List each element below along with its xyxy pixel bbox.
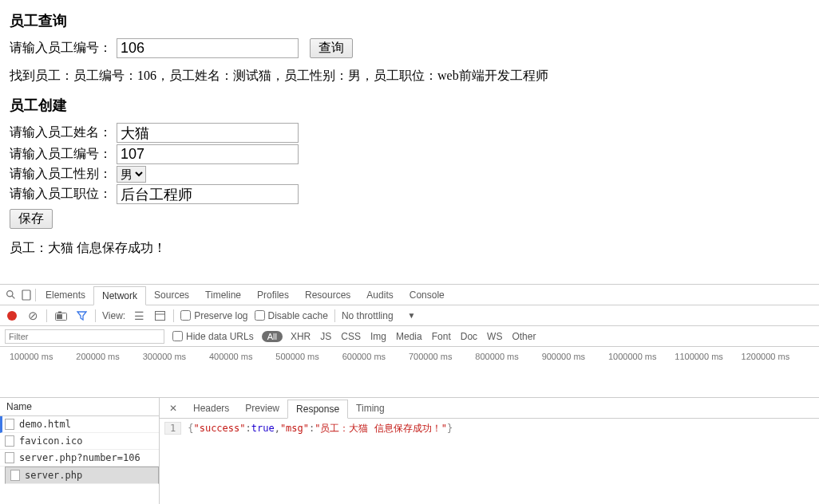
- camera-icon[interactable]: [53, 309, 68, 323]
- divider: [35, 289, 36, 301]
- timeline-tick: 1100000 ms: [675, 352, 741, 361]
- filter-all-pill[interactable]: All: [262, 331, 283, 342]
- query-id-label: 请输入员工编号：: [10, 40, 112, 57]
- preserve-log-checkbox[interactable]: Preserve log: [180, 310, 247, 321]
- save-result-text: 员工：大猫 信息保存成功！: [10, 240, 809, 257]
- throttling-select[interactable]: No throttling ▼: [342, 310, 416, 321]
- create-id-row: 请输入员工编号：: [10, 144, 809, 164]
- svg-rect-2: [22, 290, 30, 300]
- detail-tab-headers[interactable]: Headers: [185, 400, 237, 417]
- timeline-tick: 600000 ms: [342, 352, 409, 361]
- filter-type-doc[interactable]: Doc: [461, 331, 477, 342]
- timeline-tick: 1200000 ms: [742, 352, 808, 361]
- caret-down-icon: ▼: [408, 311, 416, 320]
- timeline-ruler[interactable]: 100000 ms200000 ms300000 ms400000 ms5000…: [0, 347, 819, 398]
- line-number: 1: [164, 422, 181, 435]
- preserve-log-label: Preserve log: [194, 310, 247, 321]
- devtools-tab-timeline[interactable]: Timeline: [197, 286, 249, 304]
- devtools-tab-resources[interactable]: Resources: [297, 286, 358, 304]
- filter-type-img[interactable]: Img: [370, 331, 386, 342]
- filter-type-other[interactable]: Other: [512, 331, 536, 342]
- filter-type-ws[interactable]: WS: [487, 331, 502, 342]
- create-name-label: 请输入员工姓名：: [10, 124, 112, 141]
- svg-rect-4: [57, 314, 62, 319]
- file-icon: [10, 470, 20, 481]
- create-gender-label: 请输入员工性别：: [10, 166, 112, 183]
- request-name: demo.html: [19, 419, 71, 430]
- svg-rect-6: [155, 311, 164, 320]
- create-id-label: 请输入员工编号：: [10, 146, 112, 163]
- devtools-tab-profiles[interactable]: Profiles: [249, 286, 297, 304]
- query-button[interactable]: 查询: [310, 38, 353, 58]
- file-icon: [5, 419, 14, 430]
- create-gender-select[interactable]: 男: [117, 166, 146, 183]
- file-icon: [5, 452, 14, 463]
- close-icon[interactable]: ✕: [163, 400, 184, 417]
- hide-data-urls-label: Hide data URLs: [186, 331, 254, 342]
- list-view-icon[interactable]: ☰: [132, 309, 146, 323]
- request-row[interactable]: demo.html: [0, 416, 159, 433]
- filter-type-css[interactable]: CSS: [341, 331, 361, 342]
- request-row[interactable]: favicon.ico: [0, 433, 159, 450]
- create-name-input[interactable]: [117, 123, 299, 143]
- create-position-input[interactable]: [117, 184, 299, 204]
- filter-icon[interactable]: [74, 309, 89, 323]
- timeline-tick: 200000 ms: [76, 352, 142, 361]
- create-heading: 员工创建: [10, 96, 809, 115]
- detail-tab-response[interactable]: Response: [287, 400, 348, 419]
- request-name: server.php?number=106: [19, 452, 140, 463]
- preserve-log-input[interactable]: [180, 310, 191, 321]
- timeline-tick: 400000 ms: [209, 352, 275, 361]
- detail-tabs: ✕ HeadersPreviewResponseTiming: [160, 398, 819, 419]
- timeline-tick: 1000000 ms: [608, 352, 675, 361]
- filter-bar: Hide data URLs All XHRJSCSSImgMediaFontD…: [0, 326, 819, 347]
- detail-tab-timing[interactable]: Timing: [348, 400, 393, 417]
- query-heading: 员工查询: [10, 11, 809, 30]
- hide-data-urls-input[interactable]: [172, 331, 183, 341]
- timeline-tick: 800000 ms: [475, 352, 541, 361]
- devtools-panel: ElementsNetworkSourcesTimelineProfilesRe…: [0, 284, 819, 504]
- create-id-input[interactable]: [117, 144, 299, 164]
- create-gender-row: 请输入员工性别： 男: [10, 166, 809, 183]
- query-row: 请输入员工编号： 查询: [10, 38, 809, 58]
- disable-cache-checkbox[interactable]: Disable cache: [255, 310, 328, 321]
- record-icon[interactable]: [5, 309, 19, 323]
- svg-point-0: [6, 291, 12, 297]
- network-toolbar: ⊘ View: ☰ Preserve log Disable cache No …: [0, 305, 819, 326]
- hide-data-urls-checkbox[interactable]: Hide data URLs: [172, 331, 254, 342]
- disable-cache-input[interactable]: [255, 310, 265, 321]
- devtools-tab-network[interactable]: Network: [93, 286, 146, 305]
- request-row[interactable]: server.php: [5, 467, 159, 484]
- device-icon[interactable]: [19, 288, 34, 302]
- network-body: Name demo.htmlfavicon.icoserver.php?numb…: [0, 398, 819, 504]
- view-label: View:: [102, 310, 125, 321]
- search-icon[interactable]: [3, 288, 18, 302]
- disable-cache-label: Disable cache: [268, 310, 328, 321]
- query-id-input[interactable]: [117, 38, 299, 58]
- divider: [173, 309, 174, 322]
- timeline-tick: 300000 ms: [143, 352, 209, 361]
- create-position-label: 请输入员工职位：: [10, 186, 112, 203]
- detail-tab-preview[interactable]: Preview: [237, 400, 287, 417]
- timeline-tick: 700000 ms: [409, 352, 475, 361]
- save-row: 保存: [10, 206, 809, 229]
- filter-type-js[interactable]: JS: [320, 331, 331, 342]
- devtools-tab-sources[interactable]: Sources: [146, 286, 197, 304]
- divider: [334, 309, 335, 322]
- filter-type-xhr[interactable]: XHR: [291, 331, 311, 342]
- request-list-header[interactable]: Name: [0, 398, 159, 416]
- devtools-tab-console[interactable]: Console: [402, 286, 453, 304]
- devtools-tab-elements[interactable]: Elements: [38, 286, 93, 304]
- file-icon: [5, 435, 14, 447]
- save-button[interactable]: 保存: [10, 209, 53, 229]
- filter-type-font[interactable]: Font: [432, 331, 451, 342]
- response-json: {"success":true,"msg":"员工：大猫 信息保存成功！"}: [188, 422, 453, 435]
- filter-input[interactable]: [5, 329, 164, 344]
- request-row[interactable]: server.php?number=106: [0, 450, 159, 467]
- timeline-tick: 500000 ms: [275, 352, 342, 361]
- devtools-tab-audits[interactable]: Audits: [358, 286, 401, 304]
- filter-type-media[interactable]: Media: [396, 331, 422, 342]
- clear-icon[interactable]: ⊘: [26, 309, 40, 323]
- large-view-icon[interactable]: [152, 309, 167, 323]
- divider: [95, 309, 96, 322]
